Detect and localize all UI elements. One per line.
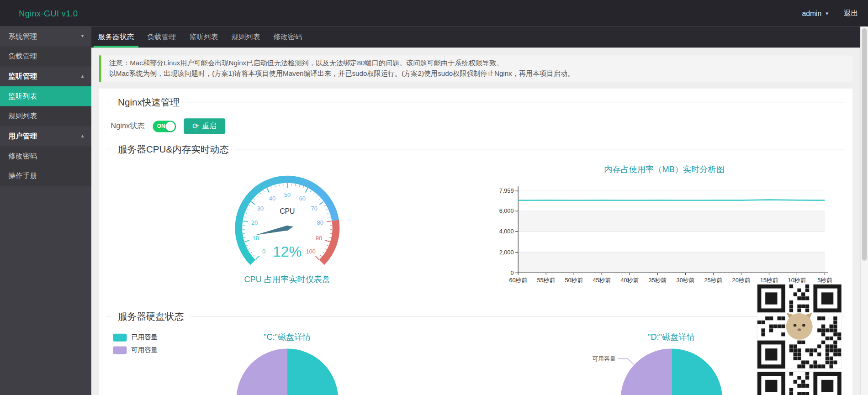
dashboard-card: Nginx快速管理 Nginx状态 ON ⟳ 重启 服务器CPU&内存实时动态 … [99, 89, 852, 395]
nginx-status-toggle[interactable]: ON [153, 121, 176, 132]
svg-text:60秒前: 60秒前 [509, 277, 527, 284]
svg-text:0: 0 [262, 248, 265, 255]
svg-text:70: 70 [311, 205, 318, 212]
sidebar-item-label: 用户管理 [8, 132, 37, 140]
disk-d-pie-chart: 可用容量 [555, 344, 732, 395]
sidebar-item[interactable]: 监听管理▲ [0, 66, 91, 86]
svg-text:15秒前: 15秒前 [760, 277, 778, 284]
main-content: 注意：Mac和部分Linux用户可能会出现Nginx已启动但无法检测到，以及无法… [91, 47, 860, 395]
sidebar-item[interactable]: 操作手册 [0, 166, 91, 186]
svg-text:0: 0 [510, 269, 513, 276]
sidebar-item[interactable]: 规则列表 [0, 106, 91, 126]
svg-text:35秒前: 35秒前 [648, 277, 667, 284]
legend-item[interactable]: 可用容量 [113, 345, 158, 355]
nginx-status-label: Nginx状态 [111, 121, 145, 131]
sidebar-item-label: 修改密码 [8, 152, 37, 160]
tab-item[interactable]: 规则列表 [227, 26, 265, 47]
svg-text:80: 80 [317, 219, 323, 226]
cpu-gauge-chart: 0102030405060708090100CPU12% [224, 170, 351, 286]
sidebar-item-label: 监听列表 [8, 92, 37, 100]
header-right: admin ▼ 退出 [802, 8, 858, 18]
toggle-on-label: ON [157, 122, 165, 128]
sidebar-item[interactable]: 修改密码 [0, 146, 91, 166]
section-divider-quick: Nginx快速管理 [107, 102, 845, 102]
svg-text:5秒前: 5秒前 [817, 277, 832, 284]
section-divider-realtime: 服务器CPU&内存实时动态 [107, 149, 845, 149]
legend-label: 可用容量 [131, 345, 158, 355]
sidebar-item-label: 监听管理 [8, 72, 37, 80]
cpu-gauge-caption: CPU 占用率实时仪表盘 [177, 274, 398, 285]
qr-code-watermark [757, 284, 842, 369]
logout-button[interactable]: 退出 [844, 8, 858, 18]
section-title-disk: 服务器硬盘状态 [111, 311, 191, 323]
app-logo: Nginx-GUI v1.0 [19, 9, 78, 18]
sidebar-item-label: 规则列表 [8, 112, 37, 120]
sidebar-item[interactable]: 系统管理▼ [0, 26, 91, 47]
toggle-knob [165, 121, 175, 131]
vertical-scrollbar[interactable] [860, 26, 868, 395]
legend-swatch [113, 333, 127, 341]
notice-line1: 注意：Mac和部分Linux用户可能会出现Nginx已启动但无法检测到，以及无法… [109, 58, 845, 68]
restart-button[interactable]: ⟳ 重启 [184, 118, 226, 134]
svg-text:25秒前: 25秒前 [704, 277, 723, 284]
svg-text:20: 20 [251, 219, 258, 226]
tab-item[interactable]: 监听列表 [185, 26, 222, 47]
memory-chart-title: 内存占使用率（MB）实时分析图 [492, 164, 836, 177]
legend-swatch [113, 346, 127, 354]
svg-text:可用容量: 可用容量 [593, 355, 616, 362]
app-header: Nginx-GUI v1.0 admin ▼ 退出 [0, 0, 868, 26]
tab-item[interactable]: 修改密码 [269, 26, 307, 47]
sidebar-item-label: 负载管理 [8, 52, 37, 60]
scrollbar-thumb[interactable] [862, 28, 867, 261]
svg-text:20秒前: 20秒前 [732, 277, 751, 284]
svg-text:45秒前: 45秒前 [593, 277, 611, 284]
user-menu[interactable]: admin ▼ [802, 9, 829, 17]
app-window: Nginx-GUI v1.0 admin ▼ 退出 系统管理▼负载管理监听管理▲… [0, 0, 868, 395]
disk-legend: 已用容量可用容量 [113, 332, 158, 354]
disk-c-title: "C:"磁盘详情 [177, 332, 398, 342]
svg-text:90: 90 [316, 235, 322, 242]
svg-text:40: 40 [269, 195, 275, 202]
svg-text:10秒前: 10秒前 [788, 277, 806, 284]
svg-text:10: 10 [253, 235, 259, 242]
svg-text:6,000: 6,000 [499, 207, 514, 214]
notice-line2: 以Mac系统为例，出现该问题时，(方案1)请将本项目使用Maven编译出来，并已… [109, 68, 845, 79]
sidebar-item-label: 系统管理 [8, 32, 37, 40]
tab-item[interactable]: 负载管理 [143, 26, 180, 47]
username: admin [802, 9, 821, 17]
memory-line-chart: 02,0004,0006,0007,95960秒前55秒前50秒前45秒前40秒… [492, 177, 836, 287]
svg-text:30: 30 [257, 205, 264, 212]
svg-text:12%: 12% [273, 243, 302, 260]
legend-label: 已用容量 [131, 332, 158, 342]
svg-text:2,000: 2,000 [499, 249, 514, 256]
svg-text:60: 60 [299, 195, 306, 202]
svg-text:7,959: 7,959 [499, 187, 514, 194]
chevron-down-icon: ▼ [825, 11, 830, 16]
svg-text:CPU: CPU [280, 207, 295, 215]
chevron-up-icon: ▲ [80, 126, 85, 146]
section-title-quick: Nginx快速管理 [111, 96, 186, 109]
notice-alert: 注意：Mac和部分Linux用户可能会出现Nginx已启动但无法检测到，以及无法… [99, 55, 852, 82]
sidebar-menu: 系统管理▼负载管理监听管理▲监听列表规则列表用户管理▲修改密码操作手册 [0, 26, 91, 395]
restart-label: 重启 [202, 121, 217, 131]
sidebar-item[interactable]: 用户管理▲ [0, 126, 91, 146]
svg-text:50秒前: 50秒前 [565, 277, 583, 284]
disk-d-title: "D:"磁盘详情 [561, 332, 782, 342]
legend-item[interactable]: 已用容量 [113, 332, 158, 342]
chevron-up-icon: ▲ [80, 66, 85, 86]
nginx-quick-row: Nginx状态 ON ⟳ 重启 [111, 118, 225, 134]
svg-text:50: 50 [284, 191, 291, 198]
tab-bar: 服务器状态负载管理监听列表规则列表修改密码 [91, 26, 860, 47]
tab-active[interactable]: 服务器状态 [94, 26, 138, 47]
sidebar-item[interactable]: 监听列表 [0, 86, 91, 106]
disk-c-pie-chart [232, 344, 343, 395]
section-title-realtime: 服务器CPU&内存实时动态 [111, 143, 236, 156]
svg-text:100: 100 [306, 248, 316, 255]
section-divider-disk: 服务器硬盘状态 [107, 316, 845, 316]
svg-text:40秒前: 40秒前 [621, 277, 639, 284]
chevron-down-icon: ▼ [80, 26, 85, 47]
memory-chart-box: 内存占使用率（MB）实时分析图 02,0004,0006,0007,95960秒… [492, 164, 836, 290]
svg-text:55秒前: 55秒前 [537, 277, 555, 284]
svg-text:30秒前: 30秒前 [677, 277, 695, 284]
sidebar-item[interactable]: 负载管理 [0, 47, 91, 67]
